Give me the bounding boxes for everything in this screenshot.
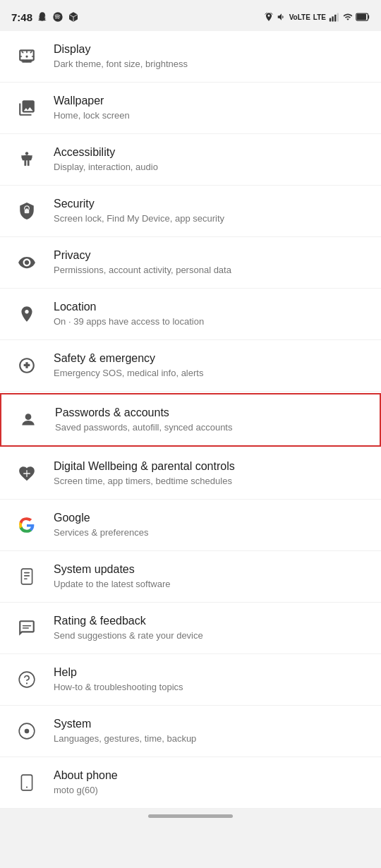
- security-icon: [11, 195, 42, 227]
- snapchat-icon: [37, 11, 48, 23]
- wellbeing-subtitle: Screen time, app timers, bedtime schedul…: [54, 476, 370, 488]
- accessibility-title: Accessibility: [54, 145, 370, 160]
- settings-item-display[interactable]: DisplayDark theme, font size, brightness: [0, 31, 381, 83]
- settings-item-security[interactable]: SecurityScreen lock, Find My Device, app…: [0, 186, 381, 237]
- status-bar: 7:48 VoLTE LTE: [0, 0, 381, 31]
- settings-item-system[interactable]: SystemLanguages, gestures, time, backup: [0, 706, 381, 757]
- location-icon: [11, 299, 42, 330]
- settings-item-passwords[interactable]: Passwords & accountsSaved passwords, aut…: [0, 393, 381, 447]
- privacy-icon: [11, 247, 42, 278]
- passwords-icon: [13, 404, 44, 435]
- about-title: About phone: [54, 768, 370, 783]
- settings-item-privacy[interactable]: PrivacyPermissions, account activity, pe…: [0, 237, 381, 289]
- wallpaper-title: Wallpaper: [54, 94, 370, 109]
- display-icon: [11, 41, 42, 72]
- security-subtitle: Screen lock, Find My Device, app securit…: [54, 213, 370, 225]
- help-subtitle: How-to & troubleshooting topics: [54, 682, 370, 694]
- settings-item-accessibility[interactable]: AccessibilityDisplay, interaction, audio: [0, 134, 381, 186]
- status-right: VoLTE LTE: [264, 12, 370, 22]
- settings-item-help[interactable]: HelpHow-to & troubleshooting topics: [0, 654, 381, 706]
- wellbeing-icon: [11, 458, 42, 489]
- google-icon: [11, 510, 42, 541]
- svg-rect-14: [21, 569, 32, 584]
- system-icon: [11, 716, 42, 747]
- svg-rect-2: [329, 18, 331, 22]
- accessibility-subtitle: Display, interaction, audio: [54, 162, 370, 174]
- status-time: 7:48: [11, 11, 32, 23]
- settings-item-wallpaper[interactable]: WallpaperHome, lock screen: [0, 83, 381, 134]
- volume-icon: [277, 12, 286, 22]
- svg-point-19: [26, 682, 28, 684]
- rating-title: Rating & feedback: [54, 614, 370, 629]
- settings-item-wellbeing[interactable]: Digital Wellbeing & parental controlsScr…: [0, 448, 381, 500]
- privacy-subtitle: Permissions, account activity, personal …: [54, 265, 370, 277]
- google-subtitle: Services & preferences: [54, 527, 370, 539]
- wallpaper-subtitle: Home, lock screen: [54, 110, 370, 122]
- lte2-indicator: LTE: [313, 13, 326, 21]
- security-title: Security: [54, 197, 370, 212]
- battery-icon: [356, 12, 370, 22]
- wallpaper-icon: [11, 92, 42, 123]
- system-updates-title: System updates: [54, 562, 370, 577]
- signal-icon: [329, 12, 340, 22]
- svg-point-10: [25, 152, 28, 155]
- settings-item-about[interactable]: About phonemoto g(60): [0, 757, 381, 809]
- svg-rect-4: [334, 15, 336, 22]
- spotify-icon: [52, 11, 64, 23]
- google-title: Google: [54, 511, 370, 526]
- about-subtitle: moto g(60): [54, 785, 370, 797]
- settings-list: DisplayDark theme, font size, brightness…: [0, 31, 381, 809]
- display-subtitle: Dark theme, font size, brightness: [54, 59, 370, 71]
- svg-rect-8: [357, 14, 366, 20]
- settings-item-safety[interactable]: Safety & emergencyEmergency SOS, medical…: [0, 340, 381, 392]
- location-title: Location: [54, 300, 370, 315]
- nav-pill: [148, 814, 233, 818]
- svg-rect-7: [368, 16, 370, 19]
- accessibility-icon: [11, 144, 42, 175]
- settings-item-google[interactable]: GoogleServices & preferences: [0, 500, 381, 551]
- settings-item-system-updates[interactable]: System updatesUpdate to the latest softw…: [0, 551, 381, 603]
- nav-bar: [0, 809, 381, 829]
- svg-point-18: [19, 672, 35, 687]
- svg-rect-22: [21, 775, 32, 790]
- status-left: 7:48: [11, 11, 79, 23]
- svg-point-13: [25, 414, 32, 420]
- about-icon: [11, 767, 42, 798]
- rating-icon: [11, 613, 42, 644]
- svg-point-21: [25, 729, 30, 734]
- system-title: System: [54, 717, 370, 732]
- passwords-title: Passwords & accounts: [55, 406, 368, 421]
- help-icon: [11, 664, 42, 695]
- system-updates-subtitle: Update to the latest software: [54, 579, 370, 591]
- help-title: Help: [54, 665, 370, 680]
- privacy-title: Privacy: [54, 248, 370, 263]
- package-icon: [68, 11, 79, 23]
- safety-title: Safety & emergency: [54, 351, 370, 366]
- lte-indicator: VoLTE: [289, 13, 310, 21]
- alarm-icon: [264, 12, 274, 22]
- safety-subtitle: Emergency SOS, medical info, alerts: [54, 368, 370, 380]
- system-updates-icon: [11, 561, 42, 592]
- svg-rect-5: [337, 13, 339, 21]
- safety-icon: [11, 350, 42, 381]
- svg-point-12: [25, 208, 28, 210]
- settings-item-rating[interactable]: Rating & feedbackSend suggestions & rate…: [0, 603, 381, 654]
- system-subtitle: Languages, gestures, time, backup: [54, 733, 370, 745]
- settings-item-location[interactable]: LocationOn · 39 apps have access to loca…: [0, 289, 381, 340]
- location-subtitle: On · 39 apps have access to location: [54, 316, 370, 328]
- svg-rect-3: [332, 16, 333, 21]
- rating-subtitle: Send suggestions & rate your device: [54, 630, 370, 642]
- wellbeing-title: Digital Wellbeing & parental controls: [54, 459, 370, 474]
- display-title: Display: [54, 42, 370, 57]
- passwords-subtitle: Saved passwords, autofill, synced accoun…: [55, 422, 368, 434]
- svg-point-9: [25, 55, 28, 57]
- svg-point-0: [53, 12, 62, 21]
- wifi-icon: [343, 12, 353, 22]
